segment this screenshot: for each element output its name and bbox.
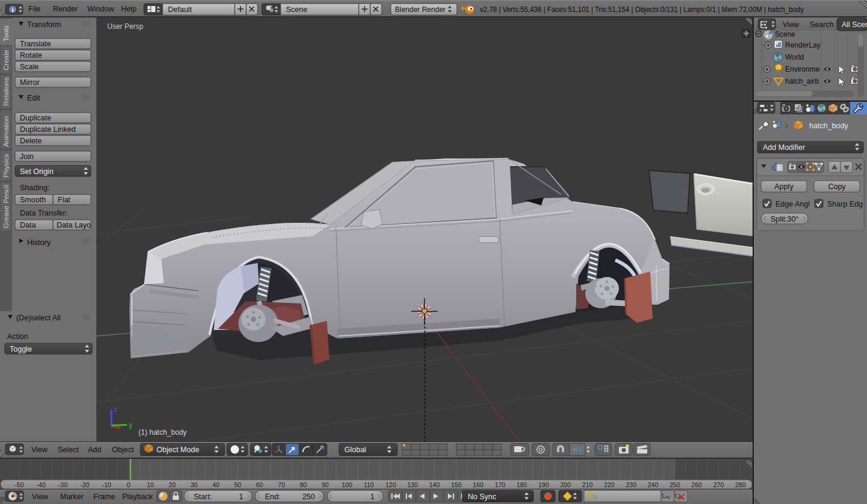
- svg-text:Delete: Delete: [20, 137, 42, 145]
- svg-text:History: History: [27, 238, 51, 247]
- svg-text:1: 1: [370, 493, 374, 501]
- svg-text:World: World: [785, 53, 804, 61]
- svg-text:z: z: [114, 405, 117, 414]
- svg-text:Environme: Environme: [785, 65, 820, 73]
- svg-text:File: File: [28, 5, 40, 13]
- svg-text:(1) hatch_body: (1) hatch_body: [138, 428, 187, 437]
- svg-text:60: 60: [256, 481, 263, 488]
- svg-text:Duplicate Linked: Duplicate Linked: [20, 125, 75, 134]
- svg-text:220: 220: [604, 481, 615, 488]
- svg-text:240: 240: [648, 481, 659, 488]
- svg-text:Smooth: Smooth: [20, 196, 46, 204]
- svg-text:100: 100: [342, 481, 353, 488]
- svg-text:90: 90: [322, 481, 329, 488]
- svg-text:Transform: Transform: [27, 20, 61, 29]
- svg-text:70: 70: [278, 481, 285, 488]
- svg-text:130: 130: [408, 481, 418, 488]
- svg-text:Translate: Translate: [20, 40, 51, 48]
- svg-text:Add Modifier: Add Modifier: [763, 143, 805, 152]
- svg-text:RenderLay: RenderLay: [785, 41, 821, 49]
- svg-text:Tools: Tools: [2, 25, 10, 42]
- svg-text:i: i: [11, 6, 13, 13]
- svg-text:Scene: Scene: [286, 5, 307, 14]
- svg-text:Start:: Start:: [194, 493, 212, 501]
- svg-text:Search: Search: [810, 20, 834, 29]
- svg-text:Grease Pencil: Grease Pencil: [2, 185, 10, 228]
- svg-text:Help: Help: [121, 5, 137, 13]
- svg-text:10: 10: [147, 481, 154, 488]
- svg-text:Physics: Physics: [2, 154, 10, 178]
- svg-text:Playback: Playback: [122, 493, 153, 501]
- svg-text:Join: Join: [20, 152, 34, 161]
- svg-text:v2.78 | Verts:55,436 | Faces:5: v2.78 | Verts:55,436 | Faces:51,101 | Tr…: [480, 5, 804, 14]
- svg-text:View: View: [31, 446, 48, 454]
- svg-text:Object: Object: [112, 446, 134, 454]
- svg-text:Mirror: Mirror: [20, 78, 40, 87]
- svg-text:Scale: Scale: [20, 63, 39, 71]
- svg-text:Sharp Edg: Sharp Edg: [827, 200, 863, 208]
- svg-text:Shading:: Shading:: [20, 184, 49, 192]
- svg-text:1: 1: [239, 493, 243, 501]
- svg-text:190: 190: [538, 481, 549, 488]
- svg-text:End:: End:: [265, 493, 281, 501]
- svg-text:250: 250: [302, 493, 315, 501]
- svg-text:-20: -20: [80, 481, 89, 488]
- svg-text:210: 210: [582, 481, 593, 488]
- svg-text:Select: Select: [58, 446, 79, 454]
- svg-text:Global: Global: [344, 446, 366, 454]
- svg-text:Data Transfer:: Data Transfer:: [20, 209, 67, 217]
- svg-text:Default: Default: [168, 5, 192, 14]
- svg-text:Rotate: Rotate: [20, 51, 42, 60]
- svg-text:-30: -30: [58, 481, 67, 488]
- svg-text:110: 110: [364, 481, 374, 488]
- svg-text:Apply: Apply: [774, 182, 794, 191]
- svg-text:Window: Window: [87, 5, 114, 13]
- svg-text:200: 200: [561, 481, 571, 488]
- svg-text:Blender Render: Blender Render: [395, 5, 446, 14]
- svg-text:hatch_body: hatch_body: [809, 122, 848, 130]
- svg-text:160: 160: [473, 481, 483, 488]
- svg-text:E: E: [777, 164, 782, 171]
- svg-text:280: 280: [735, 481, 746, 488]
- svg-text:20: 20: [169, 481, 176, 488]
- svg-text:Data: Data: [20, 221, 36, 229]
- svg-text:hatch_airb: hatch_airb: [785, 77, 819, 86]
- svg-text:Marker: Marker: [60, 493, 84, 501]
- svg-text:Animation: Animation: [2, 116, 10, 147]
- svg-text:Create: Create: [2, 49, 10, 70]
- svg-text:Relations: Relations: [2, 77, 10, 106]
- svg-text:Render: Render: [53, 5, 78, 13]
- svg-text:View: View: [783, 20, 800, 29]
- svg-text:Copy: Copy: [828, 182, 846, 191]
- svg-text:0: 0: [126, 481, 130, 488]
- svg-text:40: 40: [213, 481, 220, 488]
- svg-text:180: 180: [517, 481, 527, 488]
- svg-text:30: 30: [190, 481, 197, 488]
- svg-text:(De)select All: (De)select All: [16, 314, 61, 322]
- svg-text:120: 120: [385, 481, 396, 488]
- svg-text:Frame: Frame: [93, 493, 115, 501]
- svg-text:Duplicate: Duplicate: [20, 114, 51, 122]
- svg-text:Flat: Flat: [58, 196, 70, 204]
- svg-text:Action: Action: [7, 332, 28, 341]
- svg-text:User Persp: User Persp: [107, 22, 143, 31]
- svg-text:Add: Add: [88, 446, 101, 454]
- svg-text:80: 80: [300, 481, 307, 488]
- svg-text:Edge Angl: Edge Angl: [775, 200, 810, 208]
- svg-text:Data Layo: Data Layo: [57, 221, 91, 229]
- svg-text:270: 270: [713, 481, 724, 488]
- svg-text:250: 250: [670, 481, 680, 488]
- svg-text:Edit: Edit: [27, 94, 40, 102]
- svg-text:-40: -40: [37, 481, 46, 488]
- svg-text:No Sync: No Sync: [468, 493, 496, 501]
- svg-text:150: 150: [451, 481, 462, 488]
- svg-text:-10: -10: [102, 481, 111, 488]
- svg-text:230: 230: [626, 481, 637, 488]
- svg-text:Set Origin: Set Origin: [20, 167, 54, 176]
- svg-text:Split:30°: Split:30°: [771, 215, 799, 223]
- svg-text:All Scen: All Scen: [842, 20, 867, 29]
- svg-text:Toggle: Toggle: [10, 345, 32, 353]
- svg-text:Scene: Scene: [775, 30, 795, 39]
- svg-text:y: y: [129, 421, 132, 429]
- svg-text:260: 260: [691, 481, 702, 488]
